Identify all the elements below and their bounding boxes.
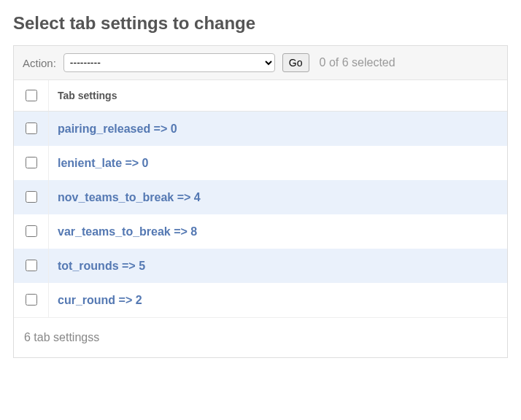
go-button[interactable]: Go [282, 53, 309, 72]
table-row: pairing_released => 0 [14, 112, 507, 147]
row-check-cell [14, 180, 49, 214]
table-row: lenient_late => 0 [14, 146, 507, 180]
row-cell: tot_rounds => 5 [49, 249, 508, 283]
row-cell: pairing_released => 0 [49, 112, 508, 147]
table-row: var_teams_to_break => 8 [14, 214, 507, 249]
page-title: Select tab settings to change [13, 13, 508, 34]
row-link[interactable]: var_teams_to_break => 8 [58, 225, 197, 238]
row-checkbox[interactable] [26, 260, 37, 271]
select-all-header [14, 80, 49, 112]
row-link[interactable]: tot_rounds => 5 [58, 260, 145, 272]
table-row: cur_round => 2 [14, 283, 507, 317]
row-cell: lenient_late => 0 [49, 146, 508, 180]
row-link[interactable]: cur_round => 2 [58, 294, 142, 306]
actions-bar: Action: --------- Go 0 of 6 selected [14, 46, 507, 80]
row-cell: cur_round => 2 [49, 283, 508, 317]
row-check-cell [14, 283, 49, 317]
row-checkbox[interactable] [26, 225, 37, 237]
column-header[interactable]: Tab settings [49, 80, 508, 112]
changelist: Action: --------- Go 0 of 6 selected Tab… [13, 45, 508, 358]
selection-count: 0 of 6 selected [320, 56, 395, 69]
row-checkbox[interactable] [26, 122, 37, 134]
row-cell: var_teams_to_break => 8 [49, 214, 508, 249]
table-row: tot_rounds => 5 [14, 249, 507, 283]
row-check-cell [14, 249, 49, 283]
row-check-cell [14, 146, 49, 180]
row-checkbox[interactable] [26, 191, 37, 203]
row-checkbox[interactable] [26, 157, 37, 168]
row-link[interactable]: lenient_late => 0 [58, 157, 149, 169]
results-table: Tab settings pairing_released => 0lenien… [14, 80, 507, 317]
row-check-cell [14, 214, 49, 249]
row-link[interactable]: nov_teams_to_break => 4 [58, 191, 201, 203]
select-all-checkbox[interactable] [26, 90, 37, 101]
row-checkbox[interactable] [26, 294, 37, 306]
row-link[interactable]: pairing_released => 0 [58, 122, 177, 135]
row-cell: nov_teams_to_break => 4 [49, 180, 508, 214]
paginator: 6 tab settingss [14, 317, 507, 357]
row-check-cell [14, 112, 49, 147]
action-select[interactable]: --------- [63, 53, 275, 72]
table-row: nov_teams_to_break => 4 [14, 180, 507, 214]
action-label: Action: [23, 57, 56, 69]
